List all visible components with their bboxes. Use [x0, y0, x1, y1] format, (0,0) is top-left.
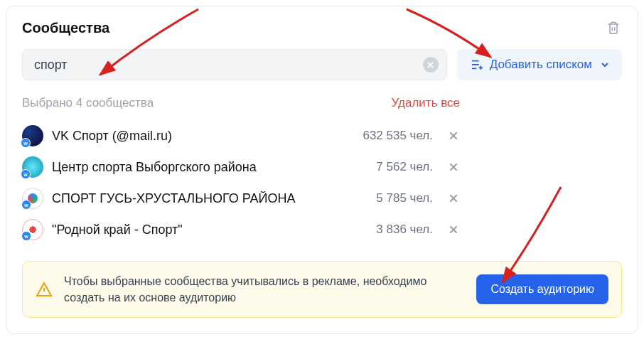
- panel-title: Сообщества: [22, 20, 109, 36]
- remove-item-button[interactable]: [447, 223, 460, 236]
- close-icon: [426, 61, 434, 69]
- avatar: w: [22, 125, 43, 146]
- communities-list: w VK Спорт (@mail.ru) 632 535 чел. w Цен…: [22, 120, 622, 245]
- remove-item-button[interactable]: [447, 192, 460, 205]
- search-input[interactable]: [22, 49, 447, 80]
- avatar: w: [22, 156, 43, 178]
- avatar: w: [22, 188, 43, 209]
- avatar: w: [22, 219, 43, 240]
- add-list-label: Добавить списком: [490, 58, 592, 72]
- community-members-count: 632 535 чел.: [363, 129, 433, 143]
- list-item: w "Родной край - Спорт" 3 836 чел.: [22, 214, 460, 245]
- list-add-icon: [470, 59, 484, 70]
- close-icon: [449, 225, 458, 235]
- notice-text: Чтобы выбранные сообщества учитывались в…: [64, 273, 465, 306]
- create-audience-notice: Чтобы выбранные сообщества учитывались в…: [22, 261, 622, 318]
- clear-search-button[interactable]: [423, 57, 439, 73]
- selection-summary-row: Выбрано 4 сообщества Удалить все: [22, 96, 622, 110]
- vk-badge-icon: w: [21, 231, 31, 241]
- remove-item-button[interactable]: [447, 129, 460, 142]
- warning-icon: [36, 281, 53, 298]
- remove-all-button[interactable]: Удалить все: [392, 96, 460, 110]
- trash-icon: [606, 21, 621, 35]
- selected-count-label: Выбрано 4 сообщества: [22, 96, 154, 110]
- close-icon: [449, 193, 458, 203]
- communities-panel: Сообщества Добавить списком Выбрано 4 со…: [6, 6, 638, 334]
- community-name: Центр спорта Выборгского района: [52, 160, 367, 175]
- list-item: w СПОРТ ГУСЬ-ХРУСТАЛЬНОГО РАЙОНА 5 785 ч…: [22, 183, 460, 214]
- search-row: Добавить списком: [22, 49, 622, 80]
- list-item: w VK Спорт (@mail.ru) 632 535 чел.: [22, 120, 460, 151]
- list-item: w Центр спорта Выборгского района 7 562 …: [22, 151, 460, 183]
- panel-header: Сообщества: [22, 19, 622, 36]
- community-name: СПОРТ ГУСЬ-ХРУСТАЛЬНОГО РАЙОНА: [52, 191, 367, 206]
- delete-panel-button[interactable]: [605, 19, 622, 36]
- create-audience-button[interactable]: Создать аудиторию: [476, 274, 608, 304]
- vk-badge-icon: w: [21, 200, 31, 210]
- community-members-count: 3 836 чел.: [376, 223, 433, 237]
- remove-item-button[interactable]: [447, 161, 460, 173]
- close-icon: [449, 162, 458, 172]
- vk-badge-icon: w: [21, 138, 31, 148]
- community-name: VK Спорт (@mail.ru): [52, 129, 354, 144]
- close-icon: [449, 131, 458, 141]
- community-members-count: 7 562 чел.: [376, 160, 433, 174]
- add-by-list-button[interactable]: Добавить списком: [457, 49, 622, 80]
- community-name: "Родной край - Спорт": [52, 223, 367, 237]
- vk-badge-icon: w: [21, 169, 31, 179]
- search-wrapper: [22, 49, 447, 80]
- chevron-down-icon: [601, 60, 609, 69]
- community-members-count: 5 785 чел.: [376, 191, 433, 205]
